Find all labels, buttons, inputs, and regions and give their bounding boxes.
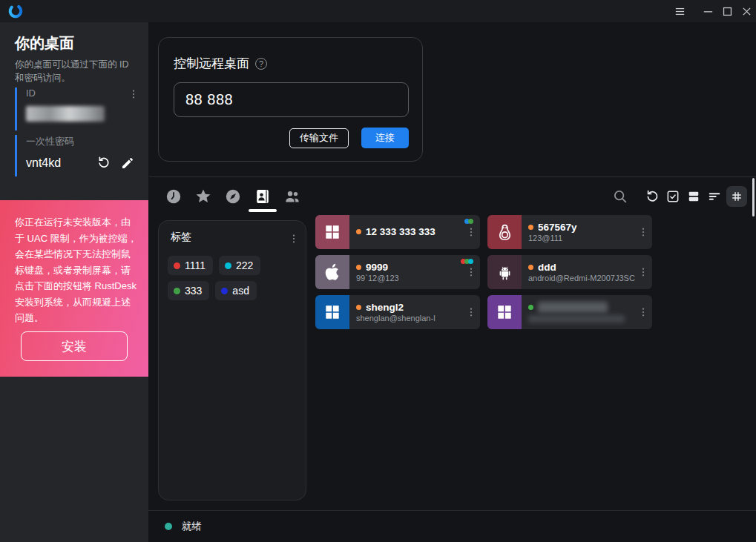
- divider: [149, 176, 756, 177]
- sort-list-icon[interactable]: [706, 188, 723, 205]
- password-section: 一次性密码 vnt4kd: [15, 135, 135, 176]
- tags-menu-kebab-icon[interactable]: [288, 231, 300, 247]
- edit-password-pencil-icon[interactable]: [119, 155, 135, 171]
- kebab-menu-icon[interactable]: [465, 304, 477, 320]
- tags-panel: 标签 1111 222 333 asd: [158, 220, 306, 500]
- status-bar: 就绪: [148, 510, 756, 542]
- tags-list: 1111 222 333 asd: [159, 247, 306, 300]
- peer-tag-dots: [466, 219, 473, 224]
- connection-card: 控制远程桌面 ? 传输文件 连接: [158, 37, 423, 162]
- id-value-redacted: [26, 106, 105, 122]
- kebab-menu-icon[interactable]: [465, 224, 477, 240]
- status-text: 就绪: [182, 520, 202, 533]
- minimize-button[interactable]: [698, 0, 717, 22]
- titlebar: [0, 0, 756, 22]
- menu-icon[interactable]: [670, 0, 689, 22]
- connect-button[interactable]: 连接: [361, 128, 409, 148]
- sidebar: 你的桌面 你的桌面可以通过下面的 ID 和密码访问。 ID 一次性密码 vnt4…: [0, 22, 148, 542]
- tab-favorites[interactable]: [194, 188, 212, 205]
- tag-color-dot: [225, 262, 231, 269]
- peer-subtitle: shenglan@shenglan-l: [356, 314, 435, 323]
- password-label: 一次性密码: [26, 135, 135, 148]
- peer-card[interactable]: [487, 295, 652, 329]
- refresh-password-icon[interactable]: [96, 155, 112, 171]
- peer-name: 567567y: [538, 222, 577, 233]
- android-robot-icon: [487, 255, 522, 289]
- peer-name: 9999: [366, 262, 388, 273]
- sidebar-description: 你的桌面可以通过下面的 ID 和密码访问。: [15, 58, 138, 85]
- warning-text: 你正在运行未安装版本，由于 UAC 限制，作为被控端，会在某些情况下无法控制鼠标…: [0, 200, 148, 326]
- tab-discovered[interactable]: [224, 188, 242, 205]
- main-panel: 控制远程桌面 ? 传输文件 连接: [148, 22, 756, 542]
- status-ready-dot: [165, 523, 172, 530]
- kebab-menu-icon[interactable]: [465, 264, 477, 280]
- kebab-menu-icon[interactable]: [637, 224, 649, 240]
- remote-id-input[interactable]: [174, 82, 409, 117]
- peer-name: ddd: [538, 262, 556, 273]
- tag-label: 1111: [185, 260, 206, 271]
- help-icon[interactable]: ?: [255, 58, 267, 70]
- close-button[interactable]: [737, 0, 756, 22]
- card-view-icon[interactable]: [685, 188, 703, 205]
- kebab-menu-icon[interactable]: [637, 304, 649, 320]
- peer-grid: 12 333 333 333: [315, 215, 652, 329]
- tag-color-dot: [221, 288, 228, 294]
- install-warning-panel: 你正在运行未安装版本，由于 UAC 限制，作为被控端，会在某些情况下无法控制鼠标…: [0, 200, 148, 377]
- refresh-icon[interactable]: [643, 188, 661, 205]
- windows-logo-icon: [487, 295, 522, 329]
- peer-subtitle-redacted: [528, 315, 625, 323]
- select-checkbox-icon[interactable]: [664, 188, 682, 205]
- tag-chip[interactable]: 1111: [168, 256, 213, 275]
- tag-color-dot: [174, 288, 180, 294]
- tab-recent-sessions[interactable]: [165, 188, 183, 205]
- peer-card[interactable]: 567567y 123@111: [487, 215, 652, 249]
- status-dot: [528, 265, 533, 270]
- tag-label: 333: [185, 285, 202, 297]
- tag-chip[interactable]: 222: [219, 256, 260, 275]
- transfer-file-button[interactable]: 传输文件: [289, 128, 349, 148]
- tab-groups[interactable]: [283, 188, 301, 205]
- rustdesk-logo-icon: [7, 3, 24, 19]
- peer-card[interactable]: 9999 99`12@123: [315, 255, 480, 289]
- scrollbar-thumb[interactable]: [752, 178, 755, 217]
- status-dot: [528, 305, 533, 310]
- tag-label: 222: [236, 260, 253, 271]
- status-dot: [356, 305, 361, 310]
- tag-chip[interactable]: 333: [168, 281, 209, 300]
- connect-title: 控制远程桌面: [174, 55, 249, 72]
- peer-toolbar: [611, 184, 747, 209]
- peer-name: 12 333 333 333: [366, 226, 435, 237]
- tag-label: asd: [232, 285, 249, 297]
- peer-subtitle: android@Redmi-M2007J3SC: [528, 274, 635, 282]
- install-button[interactable]: 安装: [21, 331, 128, 361]
- tag-color-dot: [174, 262, 180, 269]
- sidebar-title: 你的桌面: [15, 33, 74, 53]
- id-section: ID: [15, 87, 135, 130]
- windows-logo-icon: [315, 215, 349, 249]
- search-icon[interactable]: [611, 188, 629, 205]
- peer-tabs: [165, 184, 301, 209]
- active-tab-underline: [249, 209, 277, 212]
- kebab-menu-icon[interactable]: [637, 264, 649, 280]
- tags-title: 标签: [171, 231, 191, 244]
- tab-address-book[interactable]: [254, 188, 272, 205]
- peer-name: shengl2: [366, 302, 404, 313]
- grid-view-icon[interactable]: [726, 186, 747, 207]
- apple-logo-icon: [315, 255, 349, 289]
- status-dot: [356, 265, 361, 270]
- peer-tag-dots: [462, 259, 473, 264]
- peer-card[interactable]: 12 333 333 333: [315, 215, 480, 249]
- id-menu-kebab-icon[interactable]: [128, 86, 139, 102]
- peer-card[interactable]: ddd android@Redmi-M2007J3SC: [487, 255, 652, 289]
- status-dot: [356, 229, 361, 234]
- id-label: ID: [26, 87, 135, 99]
- peer-subtitle: 99`12@123: [356, 274, 399, 282]
- linux-penguin-icon: [487, 215, 522, 249]
- password-value: vnt4kd: [26, 156, 89, 170]
- peer-card[interactable]: shengl2 shenglan@shenglan-l: [315, 295, 480, 329]
- maximize-button[interactable]: [717, 0, 737, 22]
- window-controls: [670, 0, 756, 22]
- windows-logo-icon: [315, 295, 349, 329]
- peer-subtitle: 123@111: [528, 234, 577, 242]
- tag-chip[interactable]: asd: [215, 281, 257, 300]
